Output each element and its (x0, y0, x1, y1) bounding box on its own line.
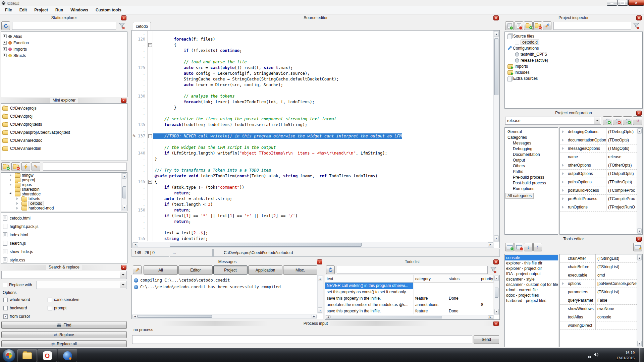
code-line[interactable]: .@safe private void token2TodoItem(const… (132, 173, 493, 179)
file-item-cetodo-html[interactable]: cetodo.html (1, 214, 127, 222)
property-value[interactable]: (TProjectRunO (606, 205, 637, 209)
category-item-pre-build-process[interactable]: Pre-build process (505, 175, 558, 180)
favorite-folder-item[interactable]: C:\Dev\dproj (1, 112, 127, 120)
replace-with-checkbox[interactable]: Replace with (3, 282, 32, 288)
menu-item-file[interactable]: File (1, 6, 16, 14)
add-tool-button[interactable]: + (505, 243, 514, 251)
close-panel-icon[interactable]: × (636, 111, 642, 116)
property-row-name[interactable]: namerelease (560, 153, 637, 161)
property-row-executable[interactable]: executablecmd (560, 271, 637, 280)
static-item-function[interactable]: Function (1, 40, 127, 46)
tree-folder-cetodo[interactable]: cetodo (1, 201, 127, 206)
find-button[interactable]: Find (1, 321, 127, 329)
scroll-right-icon[interactable]: ▶ (488, 242, 493, 247)
messages-hscrollbar[interactable]: ◀ ▶ (132, 314, 317, 319)
messages-tab-all[interactable]: All (144, 265, 178, 275)
minimize-button[interactable] (607, 0, 617, 6)
title-bar[interactable]: Coedit × (0, 0, 644, 6)
scroll-down-icon[interactable]: ▼ (637, 341, 642, 346)
tool-item-explorer-this-file-dir[interactable]: explorer - this file dir (505, 260, 558, 266)
refresh-button[interactable] (1, 21, 10, 30)
editor-vscrollbar[interactable]: ▲ ▼ (493, 31, 499, 242)
tree-folder-bitsets[interactable]: bitsets (1, 196, 127, 201)
process-input-field[interactable] (132, 335, 472, 344)
tool-item-console[interactable]: console (505, 255, 558, 260)
scroll-left-icon[interactable]: ◀ (132, 315, 138, 318)
option-checkbox-backward[interactable]: backward (3, 305, 48, 311)
code-line[interactable]: . auto lexer = DLexer(src, config, &cach… (132, 82, 493, 88)
inspector-item-cetodo-d[interactable]: cetodo.d (505, 39, 642, 45)
taskbar-clock[interactable]: 16:19 17/01/2015 (616, 350, 635, 361)
todo-table[interactable]: textcategorystatuspriority NEVER call wr… (325, 275, 500, 320)
close-panel-icon[interactable]: × (636, 237, 642, 242)
taskbar-opera-button[interactable]: O (38, 349, 57, 362)
send-button[interactable]: Send (474, 335, 499, 344)
network-tray-icon[interactable] (590, 353, 590, 358)
shell-open-button[interactable] (21, 162, 30, 171)
expander-icon[interactable] (560, 164, 567, 167)
property-value[interactable]: swoNone (596, 306, 637, 311)
message-item[interactable]: icompiling C:\...\cetodo\cetodo.coedit (132, 277, 323, 284)
checkbox[interactable]: ✓ (3, 314, 8, 319)
edit-button[interactable]: ✎ (32, 162, 40, 171)
property-value[interactable]: release (606, 155, 637, 159)
todo-row[interactable]: set this property as const() to set it r… (325, 289, 499, 295)
option-checkbox-case-sensitive[interactable]: case sensitive (48, 297, 127, 302)
checkbox[interactable] (3, 283, 7, 287)
todo-hscrollbar[interactable]: ◀ ▶ (325, 315, 494, 319)
property-value[interactable]: (TOtherOpts) (606, 163, 637, 168)
configuration-categories[interactable]: GeneralCategoriesMessagesDebuggingDocume… (504, 127, 558, 235)
file-item-index-html[interactable]: index.html (1, 231, 127, 239)
todo-refresh-button[interactable] (326, 265, 335, 274)
fold-box-icon[interactable]: − (148, 43, 152, 47)
favorite-folder-item[interactable]: C:\Dev\shareddoc (1, 136, 127, 144)
mini-explorer-filter-input[interactable] (43, 163, 127, 171)
taskbar-explorer-button[interactable] (17, 349, 37, 362)
tools-vscrollbar[interactable]: ▲ ▼ (637, 254, 642, 347)
collapsed-icon[interactable] (16, 207, 19, 209)
todo-column-header-status[interactable]: status (447, 275, 479, 283)
tree-folder-shareddoc[interactable]: shareddoc (1, 192, 127, 196)
scroll-thumb[interactable] (170, 243, 362, 247)
expanded-icon[interactable] (9, 192, 13, 196)
file-item-show-hide-js[interactable]: show_hide.js (1, 247, 127, 256)
messages-list[interactable]: icompiling C:\...\cetodo\cetodo.coeditiC… (131, 275, 323, 319)
checkbox[interactable] (3, 298, 8, 302)
option-checkbox-from-cursor[interactable]: ✓from cursor (3, 314, 48, 319)
code-line[interactable]: . auto text = atok.text.strip; (132, 196, 493, 202)
code-line[interactable]: . StringCache cache = StringCache(String… (132, 76, 493, 82)
option-checkbox-whole-word[interactable]: whole word (3, 297, 48, 302)
scroll-thumb[interactable] (138, 315, 212, 318)
scroll-down-icon[interactable]: ▼ (494, 235, 499, 241)
expand-plus-icon[interactable] (3, 54, 7, 57)
code-line[interactable]: 150 return; (132, 207, 493, 213)
code-line[interactable]: .} (132, 156, 493, 162)
configuration-dropdown[interactable] (594, 117, 600, 124)
code-line[interactable]: 155 string identifier; (132, 236, 493, 241)
doc-file-list[interactable]: cetodo.htmlhighlight.pack.jsindex.htmlse… (1, 213, 127, 263)
property-value[interactable]: (TDocOpts) (606, 138, 637, 142)
property-value[interactable]: console (596, 315, 637, 319)
move-tool-up-button[interactable]: ↑ (533, 243, 542, 251)
todo-row[interactable]: save this property in the inifile.featur… (325, 308, 499, 314)
static-item-alias[interactable]: Alias (1, 33, 127, 40)
start-button[interactable] (2, 349, 15, 362)
menu-item-run[interactable]: Run (52, 6, 67, 14)
scroll-down-icon[interactable]: ▼ (318, 307, 322, 313)
inspector-item-includes[interactable]: Includes (505, 69, 642, 75)
configuration-grid[interactable]: debugingOptions(TDebugOpts)documentation… (559, 127, 643, 235)
tool-item-rdmd-current-file[interactable]: rdmd - current file (505, 287, 558, 293)
code-line[interactable]: . (132, 139, 493, 145)
tree-folder-mingw[interactable]: mingw (1, 173, 127, 178)
property-row-runoptions[interactable]: runOptions(TProjectRunO (560, 203, 637, 212)
menu-item-windows[interactable]: Windows (67, 6, 92, 14)
property-row-workingdirect[interactable]: workingDirect (560, 321, 637, 330)
category-item-paths[interactable]: Paths (505, 169, 558, 175)
category-item-messages[interactable]: Messages (505, 140, 558, 146)
add-favorite-button[interactable]: + (1, 162, 10, 171)
property-row-postbuildprocess[interactable]: postBuildProcess(TCompileProc (560, 186, 637, 195)
property-row-toolalias[interactable]: toolAliasconsole (560, 313, 637, 321)
code-line[interactable]: . } (132, 105, 493, 111)
editor-body[interactable]: .120 foreach(f; files).− {. if (!f.exist… (131, 30, 500, 248)
code-line[interactable]: . auto config = LexerConfig(f, StringBeh… (132, 71, 493, 76)
